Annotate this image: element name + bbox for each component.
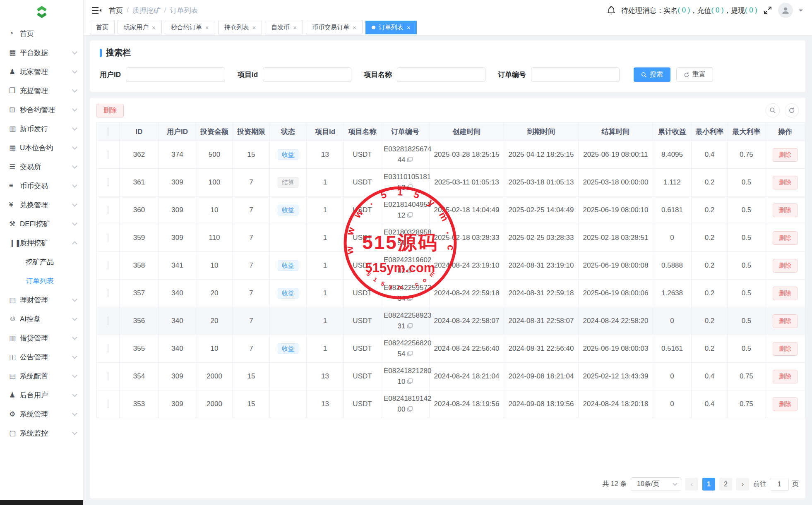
bell-icon[interactable] bbox=[607, 6, 615, 15]
select-all-checkbox[interactable] bbox=[108, 127, 108, 136]
sidebar-item-系统配置[interactable]: ▤系统配置 bbox=[0, 366, 83, 385]
copy-icon[interactable] bbox=[407, 321, 413, 332]
search-button[interactable]: 搜索 bbox=[634, 67, 670, 82]
tab-币币交易订单[interactable]: 币币交易订单× bbox=[306, 21, 363, 34]
row-checkbox[interactable] bbox=[108, 261, 108, 270]
row-checkbox[interactable] bbox=[108, 150, 108, 159]
order-no-line1: E08242256820 bbox=[384, 338, 427, 349]
sidebar-item-理财管理[interactable]: ▤理财管理 bbox=[0, 290, 83, 309]
cell-id: 360 bbox=[120, 196, 159, 224]
bulk-delete-button[interactable]: 删除 bbox=[96, 104, 124, 117]
sidebar-item-首页[interactable]: ◔首页 bbox=[0, 24, 83, 43]
row-delete-button[interactable]: 删除 bbox=[773, 314, 798, 328]
pagination-page-1[interactable]: 1 bbox=[702, 478, 715, 491]
pagination-next-button[interactable]: › bbox=[736, 478, 749, 491]
search-form: 用户ID项目id项目名称订单编号搜索重置 bbox=[100, 67, 795, 82]
pagination-page-2[interactable]: 2 bbox=[719, 478, 732, 491]
newcoin-icon: ▥ bbox=[9, 124, 20, 133]
tab-close-icon[interactable]: × bbox=[205, 24, 209, 31]
order-no-line1: E08241821280 bbox=[384, 366, 427, 376]
cell-max-rate: 0.5 bbox=[728, 196, 765, 224]
breadcrumb-item[interactable]: 首页 bbox=[109, 6, 123, 15]
sidebar-item-质押挖矿[interactable]: ❙❚质押挖矿 bbox=[0, 233, 83, 252]
row-checkbox[interactable] bbox=[108, 178, 108, 187]
table-refresh-icon[interactable] bbox=[785, 103, 799, 117]
tab-close-icon[interactable]: × bbox=[293, 24, 297, 31]
row-delete-button[interactable]: 删除 bbox=[773, 259, 798, 273]
row-checkbox[interactable] bbox=[108, 233, 108, 242]
copy-icon[interactable] bbox=[407, 266, 413, 276]
search-input-订单编号[interactable] bbox=[531, 67, 620, 82]
row-delete-button[interactable]: 删除 bbox=[773, 148, 798, 162]
row-checkbox[interactable] bbox=[108, 372, 108, 381]
tab-玩家用户[interactable]: 玩家用户× bbox=[118, 21, 162, 34]
sidebar-item-公告管理[interactable]: ◫公告管理 bbox=[0, 347, 83, 366]
search-input-用户ID[interactable] bbox=[126, 67, 225, 82]
table-search-icon[interactable] bbox=[766, 103, 780, 117]
tab-自发币[interactable]: 自发币× bbox=[265, 21, 303, 34]
row-delete-button[interactable]: 删除 bbox=[773, 176, 798, 189]
row-delete-button[interactable]: 删除 bbox=[773, 397, 798, 411]
sidebar-item-DEFI挖矿[interactable]: ⚒DEFI挖矿 bbox=[0, 214, 83, 233]
sidebar-item-币币交易[interactable]: ≡币币交易 bbox=[0, 176, 83, 195]
sidebar-item-兑换管理[interactable]: ¥兑换管理 bbox=[0, 195, 83, 214]
sidebar-collapse-bar[interactable] bbox=[0, 500, 83, 505]
copy-icon[interactable] bbox=[407, 210, 413, 221]
sidebar-item-label: 借贷管理 bbox=[20, 333, 73, 343]
sidebar-item-系统管理[interactable]: ⚙系统管理 bbox=[0, 404, 83, 424]
row-delete-button[interactable]: 删除 bbox=[773, 342, 798, 356]
sidebar-item-玩家管理[interactable]: ♟玩家管理 bbox=[0, 62, 83, 81]
chevron-down-icon bbox=[72, 220, 77, 226]
copy-icon[interactable] bbox=[407, 238, 413, 249]
copy-icon[interactable] bbox=[407, 182, 413, 193]
row-checkbox[interactable] bbox=[108, 316, 108, 325]
cell-select bbox=[97, 141, 120, 169]
sidebar-fold-icon[interactable] bbox=[92, 6, 101, 14]
sidebar-subitem-挖矿产品[interactable]: 挖矿产品 bbox=[0, 252, 83, 271]
sidebar-item-系统监控[interactable]: ▢系统监控 bbox=[0, 424, 83, 443]
copy-icon[interactable] bbox=[407, 349, 413, 359]
reset-button[interactable]: 重置 bbox=[676, 67, 713, 82]
pagination-prev-button[interactable]: ‹ bbox=[685, 478, 698, 491]
row-delete-button[interactable]: 删除 bbox=[773, 203, 798, 217]
tab-close-icon[interactable]: × bbox=[252, 24, 256, 31]
copy-icon[interactable] bbox=[407, 155, 413, 165]
tab-秒合约订单[interactable]: 秒合约订单× bbox=[165, 21, 215, 34]
row-checkbox[interactable] bbox=[108, 344, 108, 353]
row-delete-button[interactable]: 删除 bbox=[773, 370, 798, 383]
goto-page-input[interactable] bbox=[770, 478, 789, 491]
row-delete-button[interactable]: 删除 bbox=[773, 231, 798, 245]
tab-订单列表[interactable]: 订单列表× bbox=[365, 21, 417, 34]
page-size-select[interactable]: 10条/页 bbox=[631, 477, 681, 491]
cell-project-id: 1 bbox=[307, 196, 344, 224]
copy-icon[interactable] bbox=[407, 293, 413, 304]
sidebar-item-新币发行[interactable]: ▥新币发行 bbox=[0, 119, 83, 138]
sidebar-item-平台数据[interactable]: ▤平台数据 bbox=[0, 43, 83, 62]
tab-close-icon[interactable]: × bbox=[407, 24, 411, 31]
avatar[interactable] bbox=[778, 3, 793, 18]
sidebar-item-AI控盘[interactable]: ☺AI控盘 bbox=[0, 309, 83, 328]
sidebar-item-交易所[interactable]: ☰交易所 bbox=[0, 157, 83, 176]
copy-icon[interactable] bbox=[407, 376, 413, 387]
cell-total-profit: 0.5888 bbox=[653, 252, 692, 280]
sidebar-item-秒合约管理[interactable]: ⊡秒合约管理 bbox=[0, 100, 83, 119]
sidebar-item-后台用户[interactable]: ♟后台用户 bbox=[0, 385, 83, 404]
row-delete-button[interactable]: 删除 bbox=[773, 287, 798, 300]
tab-close-icon[interactable]: × bbox=[353, 24, 356, 31]
sidebar-item-U本位合约[interactable]: ▦U本位合约 bbox=[0, 138, 83, 157]
row-checkbox[interactable] bbox=[108, 206, 108, 214]
row-checkbox[interactable] bbox=[108, 400, 108, 408]
sidebar-item-借贷管理[interactable]: ▥借贷管理 bbox=[0, 328, 83, 347]
row-checkbox[interactable] bbox=[108, 289, 108, 297]
sidebar-subitem-订单列表[interactable]: 订单列表 bbox=[0, 271, 83, 290]
user-menu-caret-icon[interactable] bbox=[799, 10, 803, 14]
fullscreen-icon[interactable] bbox=[763, 6, 772, 15]
copy-icon[interactable] bbox=[407, 404, 413, 415]
tab-持仓列表[interactable]: 持仓列表× bbox=[218, 21, 262, 34]
search-input-项目名称[interactable] bbox=[397, 67, 485, 82]
sidebar-item-充提管理[interactable]: ❐充提管理 bbox=[0, 81, 83, 100]
cell-id: 355 bbox=[120, 335, 159, 363]
tab-close-icon[interactable]: × bbox=[152, 24, 156, 31]
tab-首页[interactable]: 首页 bbox=[90, 21, 115, 34]
search-input-项目id[interactable] bbox=[263, 67, 351, 82]
